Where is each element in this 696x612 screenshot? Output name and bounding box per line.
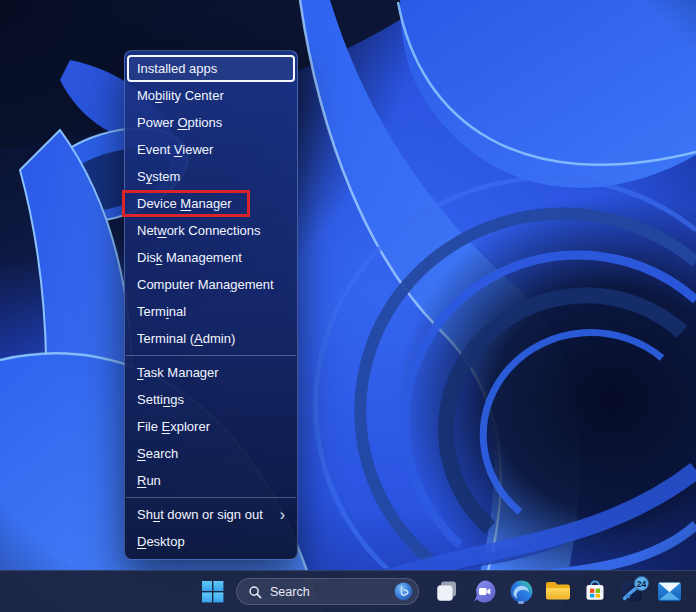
chat-icon — [472, 579, 497, 604]
edge-running-indicator — [518, 601, 524, 604]
desktop-screen: Installed appsMobility CenterPower Optio… — [0, 0, 696, 612]
mail-button[interactable] — [655, 577, 683, 605]
menu-item-label: Disk Management — [137, 250, 242, 265]
menu-item-settings[interactable]: Settings — [125, 386, 297, 413]
menu-item-search[interactable]: Search — [125, 440, 297, 467]
menu-item-label: Event Viewer — [137, 142, 213, 157]
menu-item-task-manager[interactable]: Task Manager — [125, 359, 297, 386]
menu-item-label: Terminal (Admin) — [137, 331, 235, 346]
task-view-button[interactable] — [433, 577, 461, 605]
menu-item-desktop[interactable]: Desktop — [125, 528, 297, 555]
menu-item-label: Power Options — [137, 115, 222, 130]
notification-badge: 24 — [634, 576, 649, 591]
menu-item-label: Mobility Center — [137, 88, 224, 103]
menu-item-label: Desktop — [137, 534, 185, 549]
bing-search-icon[interactable] — [394, 582, 413, 601]
menu-item-mobility-center[interactable]: Mobility Center — [125, 82, 297, 109]
file-explorer-button[interactable] — [544, 577, 572, 605]
mail-icon — [657, 581, 682, 602]
menu-item-label: Settings — [137, 392, 184, 407]
microsoft-store-button[interactable] — [581, 577, 609, 605]
menu-item-label: Task Manager — [137, 365, 219, 380]
menu-item-label: Shut down or sign out — [137, 507, 263, 522]
menu-separator — [126, 355, 296, 356]
edge-button[interactable] — [507, 577, 535, 605]
menu-item-terminal-admin[interactable]: Terminal (Admin) — [125, 325, 297, 352]
menu-item-label: Device Manager — [137, 196, 232, 211]
menu-item-installed-apps[interactable]: Installed apps — [127, 55, 295, 82]
menu-item-label: Terminal — [137, 304, 186, 319]
menu-item-disk-management[interactable]: Disk Management — [125, 244, 297, 271]
menu-item-label: Run — [137, 473, 161, 488]
desktop-wallpaper — [0, 0, 696, 612]
menu-item-file-explorer[interactable]: File Explorer — [125, 413, 297, 440]
menu-item-label: Search — [137, 446, 178, 461]
menu-item-label: File Explorer — [137, 419, 210, 434]
file-explorer-icon — [545, 580, 571, 602]
menu-item-event-viewer[interactable]: Event Viewer — [125, 136, 297, 163]
menu-item-run[interactable]: Run — [125, 467, 297, 494]
search-placeholder: Search — [270, 585, 310, 599]
chat-button[interactable] — [470, 577, 498, 605]
app-with-badge-button[interactable]: 24 — [618, 577, 646, 605]
windows-logo-icon — [201, 580, 224, 603]
submenu-chevron-icon: › — [280, 501, 285, 528]
taskbar-search-box[interactable]: Search — [236, 578, 419, 605]
search-icon — [248, 585, 262, 599]
menu-item-power-options[interactable]: Power Options — [125, 109, 297, 136]
taskbar: Search — [0, 570, 696, 612]
menu-item-terminal[interactable]: Terminal — [125, 298, 297, 325]
menu-item-computer-management[interactable]: Computer Management — [125, 271, 297, 298]
menu-item-label: System — [137, 169, 180, 184]
menu-item-label: Computer Management — [137, 277, 274, 292]
edge-icon — [509, 579, 534, 604]
winx-menu: Installed appsMobility CenterPower Optio… — [124, 50, 298, 560]
menu-item-label: Network Connections — [137, 223, 261, 238]
menu-item-system[interactable]: System — [125, 163, 297, 190]
menu-item-network-connections[interactable]: Network Connections — [125, 217, 297, 244]
menu-item-label: Installed apps — [137, 61, 217, 76]
task-view-icon — [435, 579, 459, 603]
menu-item-device-manager[interactable]: Device Manager — [125, 190, 297, 217]
menu-separator — [126, 497, 296, 498]
menu-item-shut-down-or-sign-out[interactable]: Shut down or sign out› — [125, 501, 297, 528]
microsoft-store-icon — [583, 579, 607, 603]
start-button[interactable] — [198, 577, 226, 605]
